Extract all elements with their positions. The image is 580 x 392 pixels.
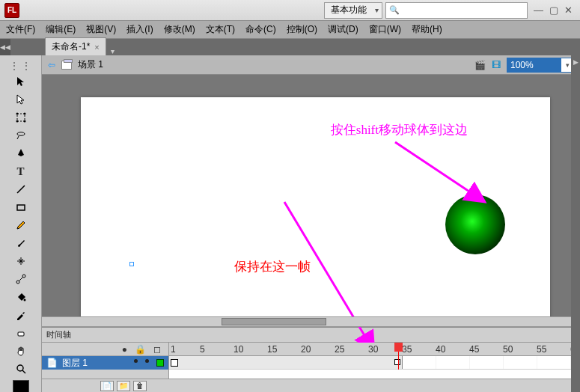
work-area: ⇦ 场景 1 🎬 🎞 100% ▾ 按住shift移动球体到这边 保持在这一帧 — [42, 55, 580, 392]
eraser-tool[interactable] — [12, 325, 30, 341]
layer-visibility-dot[interactable] — [134, 359, 138, 363]
menu-file[interactable]: 文件(F) — [6, 23, 35, 36]
ruler-number: 55 — [537, 344, 546, 355]
text-tool[interactable]: T — [12, 163, 30, 180]
lasso-tool[interactable] — [12, 127, 30, 144]
brush-tool[interactable] — [12, 235, 30, 251]
zoom-value: 100% — [507, 58, 561, 72]
svg-point-4 — [23, 120, 25, 123]
zoom-tool[interactable] — [12, 361, 30, 377]
search-icon: 🔍 — [389, 5, 400, 15]
outline-column-icon[interactable]: ◻ — [153, 344, 161, 355]
ruler-number: 25 — [335, 344, 344, 355]
menu-modify[interactable]: 修改(M) — [164, 23, 195, 36]
search-input[interactable] — [403, 5, 527, 16]
scene-icon — [61, 61, 72, 70]
bone-tool[interactable] — [12, 271, 30, 287]
panel-grip[interactable]: ⋮⋮ — [9, 60, 33, 72]
green-ball-object[interactable] — [445, 195, 505, 254]
frame-span[interactable] — [169, 356, 403, 369]
menu-commands[interactable]: 命令(C) — [245, 23, 276, 36]
svg-line-5 — [17, 186, 25, 193]
ruler-number: 20 — [301, 344, 311, 355]
timeline-layers-column: ● 🔒 ◻ 📄 图层 1 — [42, 343, 169, 379]
timeline-ruler[interactable]: 1510152025303540455055606570 — [169, 343, 580, 356]
pen-tool[interactable] — [12, 145, 30, 162]
document-tab-label: 未命名-1* — [52, 40, 90, 53]
menu-view[interactable]: 视图(V) — [86, 23, 116, 36]
rectangle-tool[interactable] — [12, 199, 30, 215]
svg-line-9 — [19, 277, 23, 281]
collapse-dock-right[interactable]: ▶ — [571, 55, 580, 392]
line-tool[interactable] — [12, 181, 30, 197]
svg-point-2 — [23, 113, 25, 115]
workspace-switcher[interactable]: 基本功能 — [324, 2, 382, 19]
stage-viewport[interactable]: 按住shift移动球体到这边 保持在这一帧 — [42, 75, 580, 316]
document-tab[interactable]: 未命名-1* × — [45, 37, 106, 55]
deco-tool[interactable] — [12, 253, 30, 269]
paint-bucket-tool[interactable] — [12, 289, 30, 305]
pencil-tool[interactable] — [12, 217, 30, 233]
horizontal-scrollbar[interactable] — [42, 316, 580, 327]
color-swatches — [13, 380, 29, 392]
menu-debug[interactable]: 调试(D) — [328, 23, 358, 36]
ruler-number: 5 — [200, 344, 205, 355]
close-button[interactable]: ✕ — [564, 4, 573, 16]
free-transform-tool[interactable] — [12, 109, 30, 126]
layer-name: 图层 1 — [62, 357, 88, 370]
visibility-column-icon[interactable]: ● — [122, 344, 127, 355]
scene-label: 场景 1 — [78, 58, 103, 71]
frame-grid — [403, 356, 580, 369]
tab-close-button[interactable]: × — [94, 43, 99, 52]
timeline-frames[interactable]: 1510152025303540455055606570 — [169, 343, 580, 379]
timeline-footer: 📄 📁 🗑 — [42, 379, 580, 392]
collapse-dock-left[interactable]: ◀◀ — [0, 39, 10, 55]
timeline-track[interactable] — [169, 356, 580, 370]
menu-control[interactable]: 控制(O) — [287, 23, 317, 36]
playhead[interactable] — [398, 343, 399, 370]
search-box[interactable]: 🔍 — [385, 2, 528, 19]
timeline-title: 时间轴 — [42, 328, 580, 343]
hand-tool[interactable] — [12, 343, 30, 359]
back-button[interactable]: ⇦ — [48, 60, 55, 70]
edit-symbols-icon[interactable]: 🎬 — [474, 60, 486, 70]
selection-handle[interactable] — [129, 262, 134, 266]
restore-button[interactable]: ▢ — [549, 4, 558, 16]
ruler-number: 15 — [267, 344, 277, 355]
ruler-number: 40 — [436, 344, 445, 355]
new-layer-button[interactable]: 📄 — [100, 381, 114, 391]
menu-window[interactable]: 窗口(W) — [369, 23, 401, 36]
zoom-control[interactable]: 100% ▾ — [507, 58, 574, 73]
layer-lock-dot[interactable] — [145, 359, 149, 363]
keyframe-end[interactable] — [394, 359, 400, 365]
tab-dropdown-icon[interactable]: ▾ — [111, 47, 115, 55]
svg-line-13 — [22, 370, 25, 373]
workspace-label: 基本功能 — [331, 4, 367, 16]
delete-layer-button[interactable]: 🗑 — [133, 381, 147, 391]
svg-point-10 — [23, 299, 25, 301]
edit-bar: ⇦ 场景 1 🎬 🎞 100% ▾ — [42, 55, 580, 75]
svg-rect-0 — [17, 114, 25, 121]
lock-column-icon[interactable]: 🔒 — [135, 344, 146, 355]
app-logo: FL — [4, 3, 19, 18]
layer-column-headers: ● 🔒 ◻ — [42, 343, 168, 356]
minimize-button[interactable]: — — [534, 4, 543, 16]
layer-row[interactable]: 📄 图层 1 — [42, 356, 168, 370]
subselection-tool[interactable] — [12, 91, 30, 108]
stroke-color-swatch[interactable] — [13, 380, 29, 392]
stage[interactable]: 按住shift移动球体到这边 保持在这一帧 — [81, 97, 550, 316]
new-folder-button[interactable]: 📁 — [117, 381, 130, 391]
layer-outline-swatch[interactable] — [156, 359, 164, 367]
svg-point-3 — [16, 120, 18, 123]
menu-insert[interactable]: 插入(I) — [126, 23, 153, 36]
eyedropper-tool[interactable] — [12, 307, 30, 323]
document-tab-row: 未命名-1* × ▾ — [0, 39, 580, 55]
title-bar: FL 基本功能 🔍 — ▢ ✕ — [0, 0, 580, 21]
edit-scene-icon[interactable]: 🎞 — [492, 60, 501, 70]
menu-help[interactable]: 帮助(H) — [412, 23, 442, 36]
scrollbar-thumb[interactable] — [222, 318, 326, 325]
menu-edit[interactable]: 编辑(E) — [46, 23, 76, 36]
tools-panel: ⋮⋮ T — [0, 55, 42, 392]
menu-text[interactable]: 文本(T) — [206, 23, 235, 36]
selection-tool[interactable] — [12, 73, 30, 90]
